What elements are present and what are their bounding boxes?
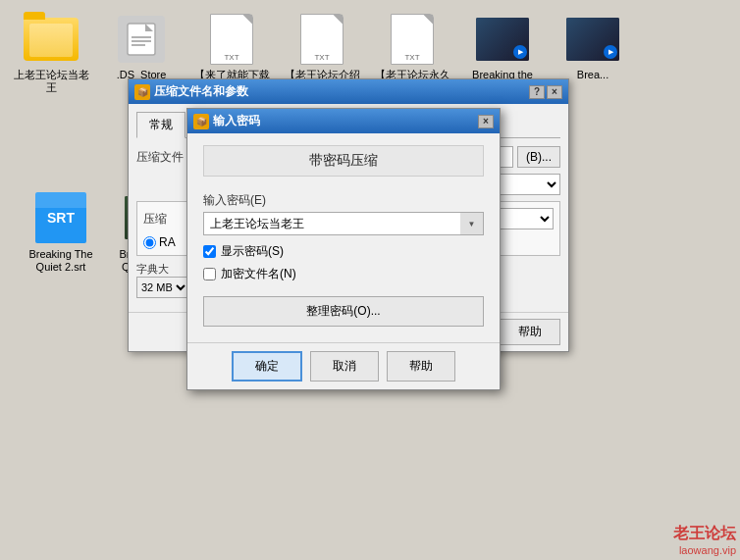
encrypt-filename-row[interactable]: 加密文件名(N) bbox=[203, 266, 484, 282]
show-password-checkbox[interactable] bbox=[203, 245, 216, 258]
inner-dialog-icon: 📦 bbox=[193, 114, 209, 129]
folder-icon-img bbox=[22, 12, 80, 66]
titlebar-controls: ? × bbox=[529, 85, 562, 99]
radio-ra[interactable]: RA bbox=[143, 235, 176, 249]
password-input[interactable] bbox=[203, 212, 484, 235]
close-btn-outer[interactable]: × bbox=[547, 85, 562, 99]
svg-rect-0 bbox=[128, 24, 155, 55]
txt1-icon-img: TXT bbox=[202, 12, 261, 66]
manage-password-btn[interactable]: 整理密码(O)... bbox=[203, 296, 484, 327]
outer-dialog-icon: 📦 bbox=[134, 84, 150, 100]
titlebar-left: 📦 压缩文件名和参数 bbox=[134, 83, 248, 100]
srt1-label: Breaking TheQuiet 2.srt bbox=[28, 248, 92, 274]
inner-close-btn[interactable]: × bbox=[478, 115, 494, 128]
show-password-label: 显示密码(S) bbox=[221, 243, 284, 260]
radio-ra-input[interactable] bbox=[143, 236, 156, 249]
password-input-wrap: ▼ bbox=[203, 212, 484, 235]
inner-dialog-heading: 带密码压缩 bbox=[203, 145, 484, 177]
dict-section: 字典大 32 MB bbox=[136, 262, 189, 298]
inner-dialog-body: 带密码压缩 输入密码(E) ▼ 显示密码(S) 加密文件名(N) 整理密码(O)… bbox=[187, 133, 500, 342]
file-icon-folder1[interactable]: 上老王论坛当老 王 bbox=[8, 8, 94, 125]
tab-general[interactable]: 常规 bbox=[136, 112, 185, 138]
password-dropdown-btn[interactable]: ▼ bbox=[460, 212, 484, 235]
ds-store-icon-img bbox=[112, 12, 171, 66]
password-form-row: 输入密码(E) ▼ bbox=[203, 192, 484, 235]
inner-help-btn[interactable]: 帮助 bbox=[387, 351, 455, 382]
browse-button[interactable]: (B)... bbox=[517, 146, 560, 168]
play-icon: ▶ bbox=[604, 45, 617, 59]
inner-dialog: 📦 输入密码 × 带密码压缩 输入密码(E) ▼ 显示密码(S) 加密文件名(N… bbox=[186, 108, 501, 390]
outer-dialog-titlebar: 📦 压缩文件名和参数 ? × bbox=[129, 79, 568, 104]
file-label: 上老王论坛当老 王 bbox=[12, 69, 90, 94]
dict-label: 字典大 bbox=[136, 262, 189, 277]
watermark: 老王论坛 laowang.vip bbox=[673, 524, 736, 556]
watermark-en: laowang.vip bbox=[679, 544, 736, 556]
inner-dialog-titlebar: 📦 输入密码 × bbox=[187, 109, 500, 133]
txt3-icon-img: TXT bbox=[383, 12, 442, 66]
dict-select[interactable]: 32 MB bbox=[136, 277, 189, 298]
encrypt-filename-label: 加密文件名(N) bbox=[221, 266, 296, 282]
show-password-row[interactable]: 显示密码(S) bbox=[203, 243, 484, 260]
video2-icon-img: ▶ bbox=[563, 12, 622, 66]
help-mark-btn[interactable]: ? bbox=[529, 85, 545, 99]
inner-cancel-btn[interactable]: 取消 bbox=[310, 351, 379, 382]
outer-dialog-title: 压缩文件名和参数 bbox=[154, 83, 248, 100]
password-label: 输入密码(E) bbox=[203, 192, 484, 209]
srt-icon: SRT bbox=[35, 192, 86, 243]
inner-dialog-footer: 确定 取消 帮助 bbox=[187, 342, 500, 389]
ds-store-icon bbox=[118, 16, 165, 63]
txt2-icon-img: TXT bbox=[292, 12, 351, 66]
file-icon-srt1[interactable]: SRT Breaking TheQuiet 2.srt bbox=[18, 187, 104, 278]
encrypt-filename-checkbox[interactable] bbox=[203, 268, 216, 280]
watermark-cn: 老王论坛 bbox=[673, 524, 736, 544]
srt1-icon-img: SRT bbox=[31, 191, 90, 245]
inner-confirm-btn[interactable]: 确定 bbox=[232, 351, 302, 382]
play-icon: ▶ bbox=[513, 45, 527, 59]
outer-help-btn[interactable]: 帮助 bbox=[500, 319, 560, 345]
inner-dialog-title: 输入密码 bbox=[213, 113, 260, 129]
video2-label: Brea... bbox=[577, 69, 608, 81]
inner-titlebar-left: 📦 输入密码 bbox=[193, 113, 260, 129]
video1-icon-img: ▶ bbox=[473, 12, 532, 66]
